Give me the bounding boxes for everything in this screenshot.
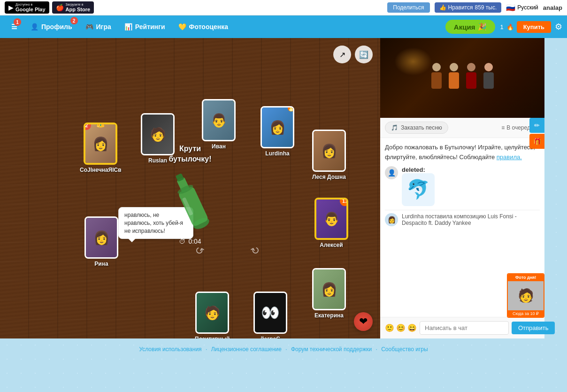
share-game-button[interactable]: ↗: [333, 46, 351, 63]
player-alexey[interactable]: 11 👨 Алексей: [314, 198, 348, 248]
chat-message-deleted: 👤 deleted: 🐬: [385, 166, 540, 206]
player-lurdinha[interactable]: 🔥 👩 Lurdinha: [261, 106, 294, 157]
bottle-svg: [166, 165, 215, 235]
settings-icon[interactable]: ⚙: [555, 22, 562, 32]
avatar-image-pozitivny: 🧑: [197, 293, 228, 332]
google-play-label: Google Play: [15, 7, 46, 12]
coin-count: 1: [500, 23, 503, 31]
emoji-smile-button[interactable]: 🙂: [385, 323, 394, 332]
player-avatar-ekaterina: 👩: [312, 268, 346, 310]
photo-day-price: Сюда за 10 ₽: [508, 310, 544, 317]
promo-label: Акция: [454, 23, 475, 31]
figure-3: [466, 63, 476, 89]
menu-badge: 1: [14, 18, 21, 26]
app-store-label: App Store: [66, 7, 91, 12]
chat-input-field[interactable]: [420, 321, 509, 335]
username-display: analap: [543, 4, 562, 11]
game-controls: ↗ 🔄: [333, 46, 373, 63]
figure-head-2: [450, 63, 458, 71]
game-label: Игра: [96, 23, 111, 31]
license-link[interactable]: Лицензионное соглашение: [211, 346, 282, 353]
avatar-image-rina: 👩: [86, 218, 117, 257]
player-name-rina: Рина: [94, 261, 108, 267]
terms-link[interactable]: Условия использования: [139, 346, 201, 353]
main-navigation: ☰ 1 👤 Профиль 2 🎮 Игра 📊 Рейтинги 💛 Фото…: [0, 15, 567, 38]
player-yegreS[interactable]: 👀 йегреС: [253, 292, 287, 338]
like-button[interactable]: 👍 Нравится 859 тыс.: [435, 2, 502, 13]
ratings-icon: 📊: [124, 23, 132, 31]
top-bar-right: Поделиться 👍 Нравится 859 тыс. 🇷🇺 Русски…: [387, 2, 562, 13]
photo-day-image: 🧑: [508, 281, 544, 310]
edit-icon-button[interactable]: ✏: [529, 118, 544, 133]
player-solnechnaya[interactable]: 2 👑 👩 СоJIнечнаЯIСв: [80, 123, 122, 173]
welcome-message: Добро пожаловать в Бутылочку! Играйте, ц…: [385, 143, 540, 162]
rules-link[interactable]: правила.: [497, 154, 522, 161]
video-figures: [431, 63, 494, 93]
music-icon: 🎵: [391, 124, 398, 131]
share-button[interactable]: Поделиться: [387, 2, 429, 13]
player-lesya[interactable]: 👩 Леся Дошна: [312, 130, 346, 180]
app-store-subtitle: Загрузите в: [66, 3, 91, 7]
nav-menu[interactable]: ☰ 1: [5, 15, 24, 38]
nav-game[interactable]: 🎮 Игра: [79, 15, 118, 38]
google-play-subtitle: Доступно в: [15, 3, 46, 7]
sidebar: ✏ 🎁 🎵 Заказать песню ≡ В очереди: 0 Добр…: [380, 38, 544, 338]
main-content: ↗ 🔄 2 👑 👩 СоJIнечнаЯIСв 🧑 Ruslan ♪ 👨: [0, 38, 567, 338]
send-button[interactable]: Отправить: [512, 322, 555, 334]
player-pozitivny[interactable]: 🧑 Позитивный: [195, 292, 230, 338]
player-name-lesya: Леся Дошна: [312, 174, 346, 180]
flame-icon: 🔥: [286, 106, 294, 112]
figure-head-4: [484, 63, 493, 71]
player-name-alexey: Алексей: [320, 242, 343, 248]
avatar-image-lesya: 👩: [314, 131, 345, 170]
refresh-button[interactable]: 🔄: [355, 46, 373, 63]
music-note-icon: ♪: [233, 99, 236, 105]
list-icon: ≡: [501, 124, 505, 131]
request-song-button[interactable]: 🎵 Заказать песню: [385, 122, 448, 134]
app-badges: ▶ Доступно в Google Play 🍎 Загрузите в A…: [5, 1, 94, 14]
emoji-happy-button[interactable]: 😄: [407, 323, 417, 332]
deleted-avatar: 👤: [385, 166, 398, 179]
bottle-container[interactable]: Крутибутылочку! ⏱ 0:04: [169, 144, 211, 245]
heart-icon-btn: ❤: [359, 315, 368, 328]
arrow-left-icon: ↺: [192, 243, 206, 258]
figure-2: [449, 63, 459, 89]
player-ivan[interactable]: ♪ 👨 Иван: [202, 99, 236, 150]
apple-icon: 🍎: [56, 4, 64, 11]
arrow-right-icon: ↻: [249, 243, 262, 258]
gift-icon-button[interactable]: 🎁: [529, 134, 544, 149]
google-play-badge[interactable]: ▶ Доступно в Google Play: [5, 1, 49, 14]
nav-photo[interactable]: 💛 Фотооценка: [172, 15, 235, 38]
google-play-icon: ▶: [8, 4, 14, 11]
figure-1: [431, 63, 442, 89]
photo-of-day[interactable]: Фото дня! 🧑 Сюда за 10 ₽: [507, 273, 544, 318]
timer-icon: ⏱: [179, 238, 185, 245]
lurdinha-avatar-small: 👩: [385, 213, 398, 226]
language-selector[interactable]: 🇷🇺 Русский: [506, 3, 538, 12]
nav-ratings[interactable]: 📊 Рейтинги: [118, 15, 172, 38]
language-label: Русский: [517, 4, 538, 11]
photo-day-label: Фото дня!: [508, 274, 544, 281]
system-message: 👩 Lurdinha поставила композицию Luis Fon…: [385, 210, 540, 229]
coin-icon: 🔥: [506, 23, 514, 31]
spin-text: Крутибутылочку!: [169, 144, 211, 165]
heart-button[interactable]: ❤: [354, 312, 373, 331]
game-icon: 🎮: [85, 23, 93, 31]
avatar-image-lurdinha: 👩: [262, 108, 293, 147]
app-store-text: Загрузите в App Store: [66, 3, 91, 12]
promo-button[interactable]: Акция 🎉: [445, 20, 496, 34]
app-store-badge[interactable]: 🍎 Загрузите в App Store: [52, 1, 94, 14]
profile-badge: 2: [70, 17, 78, 24]
support-link[interactable]: Форум технической поддержки: [291, 346, 372, 353]
request-song-label: Заказать песню: [401, 124, 442, 131]
nav-profile[interactable]: 👤 Профиль 2: [24, 15, 79, 38]
buy-button[interactable]: Купить: [517, 21, 551, 33]
player-name-lurdinha: Lurdinha: [265, 150, 289, 157]
player-rina[interactable]: 👩 Рина: [84, 216, 118, 267]
emoji-face-button[interactable]: 😊: [396, 323, 406, 332]
community-link[interactable]: Сообщество игры: [381, 346, 428, 353]
figure-body-2: [449, 72, 459, 89]
player-ekaterina[interactable]: 👩 Екатерина: [312, 268, 346, 319]
player-avatar-solnechnaya: 2 👑 👩: [84, 123, 117, 165]
emoji-buttons: 🙂 😊 😄: [385, 323, 417, 332]
